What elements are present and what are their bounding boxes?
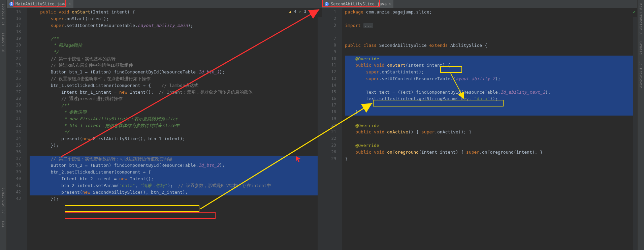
left-tabbar: J MainAbilitySlice.java × (7, 0, 322, 8)
close-icon[interactable]: × (389, 2, 391, 6)
code-line[interactable]: }); (30, 195, 322, 202)
tool-sidebar-left: 1: Project 0: Commit 7: Structure tes (0, 0, 7, 250)
code-line[interactable]: btn_1.setClickedListener(component → { /… (30, 82, 322, 89)
code-line[interactable]: super.setUIContent(ResourceTable.Layout_… (345, 75, 637, 82)
code-line[interactable]: @Override (345, 122, 637, 129)
code-line[interactable] (345, 116, 637, 122)
code-line[interactable]: // 设置按钮点击监听事件，在点击时进行如下操作 (30, 75, 322, 82)
weak-warning-icon: ✔ (299, 9, 301, 14)
code-line[interactable]: Intent btn_2_intent = new Intent(); (30, 176, 322, 182)
previewer-tool[interactable]: 3: Previewer (639, 61, 643, 88)
close-icon[interactable]: × (69, 2, 71, 6)
code-line[interactable]: // 第二个按钮：实现带参数跳转；可以边跳转边传值改变内容 (30, 156, 322, 162)
code-line[interactable]: Button btn_1 = (Button) findComponentByI… (30, 69, 322, 75)
left-editor[interactable]: 1516171819202122232425262728293031323334… (7, 8, 322, 250)
code-line[interactable] (345, 102, 637, 109)
left-editor-pane: J MainAbilitySlice.java × 15161718192021… (7, 0, 322, 250)
code-line[interactable] (345, 162, 637, 169)
code-line[interactable]: @Override (345, 142, 637, 149)
code-line[interactable]: // 通过present进行跳转操作 (30, 95, 322, 102)
right-code[interactable]: package com.anzia.pagejump.slice;import … (342, 8, 637, 250)
structure-tool[interactable]: 7: Structure (1, 187, 5, 214)
code-line[interactable]: super.onStart(intent); (345, 69, 637, 75)
inspection-summary[interactable]: ▲4 ✔3 ˄ ˅ (289, 9, 316, 14)
right-editor[interactable]: 12378910111213141516171819202122232629 p… (322, 8, 637, 250)
code-line[interactable]: public void onForeground(Intent intent) … (345, 149, 637, 156)
code-line[interactable]: /** (30, 102, 322, 109)
left-code[interactable]: public void onStart(Intent intent) { sup… (27, 8, 322, 250)
code-line[interactable]: Text text = (Text) findComponentById(Res… (345, 89, 637, 96)
left-marker-strip[interactable] (318, 17, 322, 250)
code-line[interactable]: present(new SecondAbilitySlice(), btn_2_… (30, 189, 322, 196)
code-line[interactable]: /** (30, 35, 322, 42)
left-gutter: 1516171819202122232425262728293031323334… (7, 8, 27, 250)
code-line[interactable] (30, 149, 322, 156)
code-line[interactable]: present(new FirstAbilitySlice(), btn_1_i… (30, 135, 322, 142)
java-file-icon: J (9, 2, 13, 6)
code-line[interactable]: super.onStart(intent); (30, 15, 322, 22)
gradle-tool[interactable]: Gradle (639, 41, 643, 55)
tool-sidebar-right: Key Promoter X Gradle 3: Previewer (637, 0, 644, 250)
code-line[interactable]: * new FirstAbilitySlice()：表示要跳转到的slice (30, 116, 322, 122)
code-line[interactable] (345, 82, 637, 89)
editor-split: J MainAbilitySlice.java × 15161718192021… (7, 0, 637, 250)
code-line[interactable]: }); (30, 142, 322, 149)
code-line[interactable]: Intent btn_1_intent = new Intent(); // I… (30, 89, 322, 96)
code-line[interactable] (345, 135, 637, 142)
tab-main-ability-slice[interactable]: J MainAbilitySlice.java × (7, 0, 73, 8)
right-tabbar: J SecondAbilitySlice.java × (322, 0, 637, 8)
code-line[interactable]: @Override (345, 56, 637, 62)
chevron-down-icon[interactable]: ˅ (314, 9, 316, 14)
warning-icon: ▲ (289, 9, 292, 14)
code-line[interactable] (345, 29, 637, 35)
right-gutter: 12378910111213141516171819202122232629 (322, 8, 342, 250)
tab-label: MainAbilitySlice.java (15, 2, 67, 6)
code-line[interactable]: public class SecondAbilitySlice extends … (345, 42, 637, 49)
code-line[interactable]: */ (30, 129, 322, 135)
keypromoter-tool[interactable]: Key Promoter X (639, 3, 643, 35)
right-editor-pane: J SecondAbilitySlice.java × 123789101112… (322, 0, 637, 250)
chevron-up-icon[interactable]: ˄ (309, 9, 311, 14)
code-line[interactable]: super.setUIContent(ResourceTable.Layout_… (30, 22, 322, 29)
code-line[interactable]: * 参数说明 (30, 109, 322, 116)
code-line[interactable]: * btn_1_intent：把信息载体作为参数传到对应slice中 (30, 122, 322, 129)
code-line[interactable] (30, 29, 322, 35)
right-marker-strip[interactable] (633, 17, 637, 250)
code-line[interactable] (345, 49, 637, 56)
code-line[interactable] (345, 15, 637, 22)
code-line[interactable]: */ (30, 49, 322, 56)
code-line[interactable] (345, 35, 637, 42)
code-line[interactable]: btn_2_intent.setParam("data", "鸿蒙，你好"); … (30, 182, 322, 189)
code-line[interactable]: btn_2.setClickedListener(component → { (30, 169, 322, 176)
code-line[interactable]: * 同Page跳转 (30, 42, 322, 49)
no-problems-icon[interactable]: ✔ (633, 9, 636, 14)
code-line[interactable]: text.setText(intent.getStringParam( key:… (345, 95, 637, 102)
code-line[interactable]: import ... (345, 22, 637, 29)
project-tool[interactable]: 1: Project (1, 3, 5, 26)
tab-label: SecondAbilitySlice.java (331, 2, 387, 6)
code-line[interactable]: Button btn_2 = (Button) findComponentByI… (30, 162, 322, 169)
tab-second-ability-slice[interactable]: J SecondAbilitySlice.java × (322, 0, 393, 8)
java-file-icon: J (325, 2, 329, 6)
code-line[interactable]: // 第一个按钮：实现基本的跳转 (30, 56, 322, 62)
code-line[interactable]: } (345, 156, 637, 162)
code-line[interactable]: public void onActive() { super.onActive(… (345, 129, 637, 135)
tes-tool[interactable]: tes (1, 221, 5, 227)
code-line[interactable]: package com.anzia.pagejump.slice; (345, 9, 637, 15)
code-line[interactable]: public void onStart(Intent intent) { (345, 62, 637, 69)
code-line[interactable]: // 通过xml布局文件中的组件ID获取组件 (30, 62, 322, 69)
code-line[interactable]: } (345, 109, 637, 116)
commit-tool[interactable]: 0: Commit (1, 32, 5, 53)
code-line[interactable]: public void onStart(Intent intent) { (30, 9, 322, 15)
